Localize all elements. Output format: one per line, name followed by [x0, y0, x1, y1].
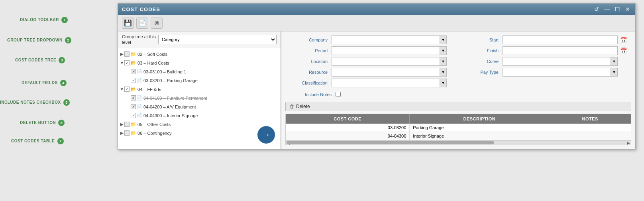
include-notes-checkbox[interactable] — [336, 92, 341, 97]
tree-item-04-04300[interactable]: ✓ 📄 04-04300 – Interior Signage — [118, 111, 281, 120]
annotation-dialog-toolbar: DIALOG TOOLBAR 1 — [20, 17, 68, 23]
tree-label-03-03100: 03-03100 – Building 1 — [143, 69, 186, 74]
tree-label-02: 02 – Soft Costs — [137, 52, 167, 57]
period-input[interactable] — [332, 46, 440, 55]
tree-checkbox-02[interactable] — [124, 51, 130, 57]
tree-arrow-04: ▼ — [120, 87, 124, 91]
annotation-default-fields: DEFAULT FIELDS 4 — [22, 80, 67, 86]
resource-label: Resource — [285, 70, 329, 75]
close-toolbar-button[interactable]: ⊗ — [151, 18, 163, 29]
col-cost-code: COST CODE — [286, 114, 410, 124]
start-input[interactable] — [503, 35, 618, 44]
file-icon-03-03100: 📄 — [137, 69, 142, 74]
delete-button[interactable]: 🗑 Delete — [285, 102, 631, 111]
curve-dropdown-arrow[interactable]: ▼ — [611, 57, 618, 66]
tree-item-04-04200[interactable]: ✓ 📄 04-04200 – A/V Equipment — [118, 102, 281, 111]
scroll-right-arrow[interactable]: ▶ — [627, 141, 630, 145]
col-description: DESCRIPTION — [410, 114, 549, 124]
folder-icon-06: 📁 — [130, 130, 136, 136]
curve-input[interactable]: Back Loaded — [503, 57, 611, 66]
location-dropdown-arrow[interactable]: ▼ — [440, 57, 447, 66]
save-button[interactable]: 💾 — [122, 18, 134, 29]
period-dropdown-arrow[interactable]: ▼ — [440, 46, 447, 55]
tree-item-03[interactable]: ▼ ✓ 📂 03 – Hard Costs — [118, 59, 281, 67]
location-field-wrapper: ▼ — [332, 57, 447, 66]
tree-item-02[interactable]: ▶ 📁 02 – Soft Costs — [118, 50, 281, 59]
include-notes-label: Include Notes — [285, 92, 333, 97]
file-icon-04-04300: 📄 — [137, 113, 142, 118]
resource-dropdown-arrow[interactable]: ▼ — [440, 68, 447, 77]
company-dropdown-arrow[interactable]: ▼ — [440, 35, 447, 44]
tree-item-04-04100[interactable]: ✓ 📄 04-04100 – Furniture Permanent — [118, 94, 281, 102]
tree-checkbox-05[interactable] — [124, 122, 130, 127]
file-icon-03-03200: 📄 — [137, 78, 142, 83]
tree-container: ▶ 📁 02 – Soft Costs ▼ ✓ 📂 03 – Hard Cost… — [118, 48, 281, 149]
table-horizontal-scrollbar[interactable]: ◀ ▶ — [285, 140, 631, 145]
dialog-title: COST CODES — [122, 6, 160, 12]
tree-item-04[interactable]: ▼ ✓ 📂 04 – FF & E — [118, 85, 281, 94]
cell-cost-code-1: 03-03200 — [286, 124, 410, 132]
cell-description-2: Interior Signage — [410, 132, 549, 140]
tree-label-04: 04 – FF & E — [137, 87, 161, 92]
start-calendar-icon[interactable]: 📅 — [620, 37, 631, 43]
pay-type-dropdown-arrow[interactable]: ▼ — [611, 68, 618, 77]
classification-input[interactable] — [332, 79, 440, 87]
pay-type-input[interactable] — [503, 68, 611, 77]
annotation-delete-button: DELETE BUTTON 6 — [20, 120, 65, 126]
group-tree-dropdown[interactable]: Category Phase Division — [158, 35, 277, 44]
dialog-maximize-btn[interactable]: ☐ — [614, 6, 621, 12]
annotation-cost-codes-tree: COST CODES TREE 3 — [15, 57, 65, 63]
group-tree-label: Company Group tree at thislevel — [122, 34, 156, 45]
tree-label-04-04300: 04-04300 – Interior Signage — [143, 113, 198, 118]
folder-icon-02: 📁 — [130, 51, 136, 57]
tree-item-03-03200[interactable]: ✓ 📄 03-03200 – Parking Garage — [118, 76, 281, 85]
tree-label-04-04200: 04-04200 – A/V Equipment — [143, 104, 196, 109]
finish-calendar-icon[interactable]: 📅 — [620, 47, 631, 54]
curve-label: Curve — [460, 59, 500, 64]
resource-input[interactable] — [332, 68, 440, 77]
classification-dropdown-arrow[interactable]: ▼ — [440, 79, 447, 87]
dialog-refresh-btn[interactable]: ↺ — [593, 6, 600, 12]
main-dialog: COST CODES ↺ — ☐ ✕ 💾 📄 ⊗ Company Group t… — [118, 3, 636, 150]
delete-label: Delete — [296, 104, 310, 109]
tree-item-06[interactable]: ▶ 📁 06 – Contingency — [118, 129, 281, 138]
file-icon-04-04100: 📄 — [137, 95, 142, 100]
right-panel: Company ▼ Start 📅 Period ▼ Finish � — [281, 32, 635, 149]
tree-checkbox-04-04100[interactable]: ✓ — [131, 95, 136, 100]
include-notes-row: Include Notes — [285, 90, 631, 99]
resource-field-wrapper: ▼ — [332, 68, 447, 77]
scroll-thumb[interactable] — [287, 141, 494, 144]
tree-checkbox-03-03100[interactable]: ✓ — [131, 69, 136, 74]
tree-checkbox-03[interactable]: ✓ — [124, 60, 130, 65]
trash-icon: 🗑 — [290, 104, 295, 109]
table-scroll-area: COST CODE DESCRIPTION NOTES 03-03200 Par… — [285, 114, 631, 145]
classification-label: Classification — [285, 81, 329, 85]
nav-next-button[interactable]: → — [257, 126, 275, 144]
table-row: 03-03200 Parking Garage — [286, 124, 631, 132]
cell-cost-code-2: 04-04300 — [286, 132, 410, 140]
company-label: Company — [285, 37, 329, 42]
annotation-cost-codes-table: COST CODES TABLE 7 — [11, 138, 64, 144]
tree-checkbox-04[interactable]: ✓ — [124, 87, 130, 92]
tree-checkbox-04-04200[interactable]: ✓ — [131, 104, 136, 109]
tree-checkbox-06[interactable] — [124, 130, 130, 136]
dialog-minimize-btn[interactable]: — — [603, 6, 611, 12]
main-content: Company Group tree at thislevel Category… — [118, 32, 635, 149]
company-input[interactable] — [332, 35, 440, 44]
tree-label-06: 06 – Contingency — [137, 131, 172, 136]
tree-checkbox-03-03200[interactable]: ✓ — [131, 78, 136, 83]
location-input[interactable] — [332, 57, 440, 66]
tree-checkbox-04-04300[interactable]: ✓ — [131, 113, 136, 118]
tree-arrow-03: ▼ — [120, 61, 124, 65]
folder-icon-05: 📁 — [130, 122, 136, 127]
period-label: Period — [285, 48, 329, 53]
finish-label: Finish — [460, 48, 500, 53]
export-button[interactable]: 📄 — [136, 18, 148, 29]
tree-item-03-03100[interactable]: ✓ 📄 03-03100 – Building 1 — [118, 67, 281, 76]
folder-icon-04: 📂 — [130, 87, 136, 92]
dialog-close-btn[interactable]: ✕ — [624, 6, 631, 12]
form-grid: Company ▼ Start 📅 Period ▼ Finish � — [285, 35, 631, 87]
finish-input[interactable] — [503, 46, 618, 55]
tree-item-05[interactable]: ▶ 📁 05 – Other Costs — [118, 120, 281, 129]
dialog-titlebar: COST CODES ↺ — ☐ ✕ — [118, 4, 635, 15]
